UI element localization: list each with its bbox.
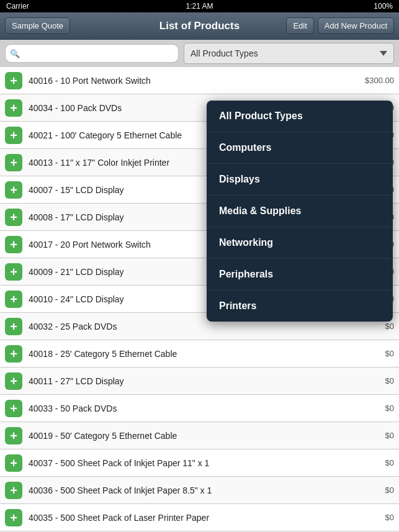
plus-icon: + xyxy=(10,402,17,415)
product-price-label: $0 xyxy=(385,431,394,440)
dropdown-menu-item[interactable]: Computers xyxy=(207,132,393,164)
page-title: List of Products xyxy=(159,20,240,32)
add-product-button[interactable]: + xyxy=(5,345,22,363)
dropdown-menu-item[interactable]: Peripherals xyxy=(207,259,393,291)
dropdown-menu-item[interactable]: Printers xyxy=(207,291,393,322)
product-price-label: $0 xyxy=(385,349,394,358)
product-list: +40016 - 10 Port Network Switch$300.00+4… xyxy=(0,67,399,532)
plus-icon: + xyxy=(10,293,17,305)
add-product-button[interactable]: + xyxy=(5,99,22,117)
status-bar: Carrier 1:21 AM 100% xyxy=(0,0,399,12)
list-item: +40016 - 10 Port Network Switch$300.00 xyxy=(0,67,399,94)
add-product-button[interactable]: + xyxy=(5,127,22,144)
plus-icon: + xyxy=(10,457,17,469)
add-product-button[interactable]: + xyxy=(5,72,22,89)
add-product-button[interactable]: + xyxy=(5,181,22,199)
dropdown-menu-item[interactable]: Media & Supplies xyxy=(207,196,393,227)
plus-icon: + xyxy=(10,156,17,169)
plus-icon: + xyxy=(10,238,17,251)
product-name-label: 40035 - 500 Sheet Pack of Laser Printer … xyxy=(29,513,380,523)
add-product-button[interactable]: + xyxy=(5,291,22,308)
battery-label: 100% xyxy=(374,2,393,11)
plus-icon: + xyxy=(10,184,17,196)
add-product-button[interactable]: + xyxy=(5,372,22,390)
dropdown-menu-item[interactable]: Displays xyxy=(207,164,393,196)
add-product-button[interactable]: + xyxy=(5,454,22,472)
list-item: +40011 - 27" LCD Display$0 xyxy=(0,367,399,395)
product-price-label: $0 xyxy=(385,376,394,385)
plus-icon: + xyxy=(10,211,17,223)
back-button[interactable]: Sample Quote xyxy=(5,17,70,34)
list-item: +40037 - 500 Sheet Pack of Inkjet Paper … xyxy=(0,449,399,477)
list-item: +40033 - 50 Pack DVDs$0 xyxy=(0,395,399,422)
add-product-button[interactable]: + xyxy=(5,263,22,281)
add-product-button[interactable]: + xyxy=(5,400,22,417)
plus-icon: + xyxy=(10,320,17,333)
product-price-label: $0 xyxy=(385,458,394,467)
list-item: +40019 - 50' Category 5 Ethernet Cable$0 xyxy=(0,422,399,449)
dropdown-menu-item[interactable]: All Product Types xyxy=(207,101,393,132)
product-name-label: 40032 - 25 Pack DVDs xyxy=(29,322,380,331)
plus-icon: + xyxy=(10,74,17,87)
filter-bar: 🔍 All Product Types xyxy=(0,40,399,67)
product-price-label: $300.00 xyxy=(365,76,394,85)
search-input[interactable] xyxy=(5,44,179,63)
product-type-dropdown[interactable]: All Product Types xyxy=(184,43,394,64)
product-name-label: 40016 - 10 Port Network Switch xyxy=(29,76,360,86)
add-product-button[interactable]: + xyxy=(5,318,22,335)
plus-icon: + xyxy=(10,266,17,278)
add-product-button[interactable]: + xyxy=(5,482,22,499)
plus-icon: + xyxy=(10,512,17,524)
plus-icon: + xyxy=(10,375,17,387)
plus-icon: + xyxy=(10,348,17,360)
plus-icon: + xyxy=(10,430,17,442)
list-item: +40035 - 500 Sheet Pack of Laser Printer… xyxy=(0,504,399,531)
product-price-label: $0 xyxy=(385,404,394,413)
product-name-label: 40033 - 50 Pack DVDs xyxy=(29,404,380,413)
carrier-label: Carrier xyxy=(6,2,29,11)
product-name-label: 40018 - 25' Category 5 Ethernet Cable xyxy=(29,349,380,359)
dropdown-label: All Product Types xyxy=(191,48,258,58)
add-product-button[interactable]: + xyxy=(5,427,22,444)
add-new-product-button[interactable]: Add New Product xyxy=(318,17,394,34)
plus-icon: + xyxy=(10,129,17,142)
add-product-button[interactable]: + xyxy=(5,236,22,253)
nav-right-buttons: Edit Add New Product xyxy=(286,17,394,34)
search-wrapper: 🔍 xyxy=(5,44,179,63)
product-name-label: 40019 - 50' Category 5 Ethernet Cable xyxy=(29,431,380,441)
plus-icon: + xyxy=(10,102,17,114)
chevron-down-icon xyxy=(380,51,387,56)
product-price-label: $0 xyxy=(385,322,394,331)
product-name-label: 40011 - 27" LCD Display xyxy=(29,376,380,386)
add-product-button[interactable]: + xyxy=(5,154,22,171)
list-item: +40018 - 25' Category 5 Ethernet Cable$0 xyxy=(0,340,399,367)
list-item: +40036 - 500 Sheet Pack of Inkjet Paper … xyxy=(0,477,399,504)
product-type-dropdown-menu: All Product TypesComputersDisplaysMedia … xyxy=(207,101,393,322)
edit-button[interactable]: Edit xyxy=(286,17,313,34)
plus-icon: + xyxy=(10,484,17,497)
product-price-label: $0 xyxy=(385,485,394,495)
product-name-label: 40037 - 500 Sheet Pack of Inkjet Paper 1… xyxy=(29,458,380,468)
product-price-label: $0 xyxy=(385,513,394,522)
time-label: 1:21 AM xyxy=(186,2,213,11)
add-product-button[interactable]: + xyxy=(5,209,22,226)
add-product-button[interactable]: + xyxy=(5,509,22,526)
nav-bar: Sample Quote List of Products Edit Add N… xyxy=(0,12,399,40)
dropdown-menu-item[interactable]: Networking xyxy=(207,227,393,259)
battery-area: 100% xyxy=(374,2,393,11)
product-name-label: 40036 - 500 Sheet Pack of Inkjet Paper 8… xyxy=(29,485,380,495)
